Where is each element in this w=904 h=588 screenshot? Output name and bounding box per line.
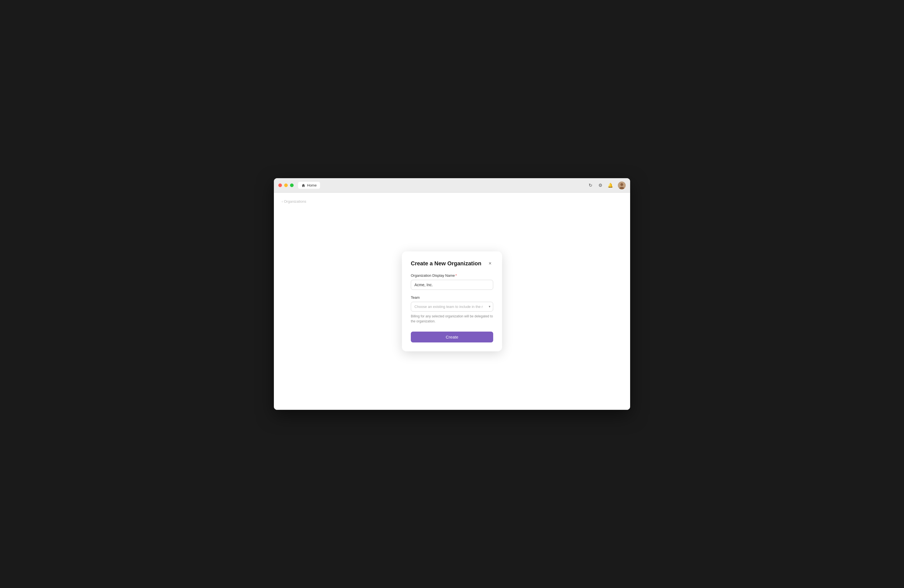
required-indicator: * <box>455 273 457 278</box>
team-label: Team <box>411 296 493 300</box>
create-org-modal: Create a New Organization × Organization… <box>402 251 502 351</box>
team-select[interactable]: Choose an existing team to include in th… <box>411 302 493 311</box>
titlebar-actions: ↻ ⚙ 🔔 <box>588 182 626 189</box>
org-name-field-group: Organization Display Name* <box>411 273 493 290</box>
billing-helper-text: Billing for any selected organization wi… <box>411 314 493 324</box>
content-area: ‹ Organizations You are not the owner of… <box>274 193 630 410</box>
team-select-wrapper: Choose an existing team to include in th… <box>411 302 493 311</box>
notifications-icon[interactable]: 🔔 <box>608 183 613 188</box>
avatar-image <box>618 182 626 189</box>
home-tab[interactable]: Home <box>298 182 320 189</box>
modal-header: Create a New Organization × <box>411 260 493 267</box>
modal-overlay: Create a New Organization × Organization… <box>274 193 630 410</box>
modal-title: Create a New Organization <box>411 260 481 267</box>
home-tab-label: Home <box>307 183 317 187</box>
settings-icon[interactable]: ⚙ <box>598 183 603 188</box>
app-window: Home ↻ ⚙ 🔔 ‹ Organizations You are not t… <box>274 178 630 410</box>
modal-close-button[interactable]: × <box>487 260 493 266</box>
titlebar: Home ↻ ⚙ 🔔 <box>274 178 630 193</box>
minimize-button[interactable] <box>284 183 288 187</box>
home-icon <box>302 183 305 187</box>
svg-point-1 <box>620 183 623 186</box>
refresh-icon[interactable]: ↻ <box>588 183 593 188</box>
org-name-label: Organization Display Name* <box>411 273 493 278</box>
org-name-input[interactable] <box>411 280 493 290</box>
avatar[interactable] <box>618 182 626 189</box>
create-button[interactable]: Create <box>411 332 493 343</box>
close-button[interactable] <box>278 183 282 187</box>
team-field-group: Team Choose an existing team to include … <box>411 296 493 324</box>
traffic-lights <box>278 183 294 187</box>
maximize-button[interactable] <box>290 183 294 187</box>
